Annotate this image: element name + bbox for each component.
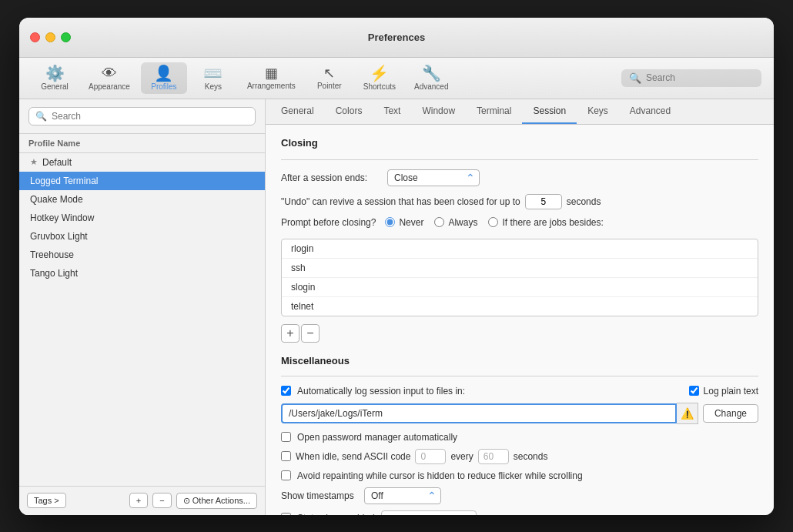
toolbar-label-arrangements: Arrangements <box>247 82 296 90</box>
remove-profile-button[interactable]: − <box>152 493 171 508</box>
radio-jobs[interactable]: If there are jobs besides: <box>488 217 603 228</box>
log-plain-check: Log plain text <box>689 386 758 396</box>
auto-log-label-check: Automatically log session input to files… <box>281 386 689 396</box>
toolbar-label-advanced: Advanced <box>414 82 448 91</box>
radio-never-input[interactable] <box>385 217 395 227</box>
tab-window[interactable]: Window <box>411 99 466 124</box>
profile-item-logged-terminal[interactable]: Logged Terminal <box>19 172 265 190</box>
profile-item-hotkey-window[interactable]: Hotkey Window <box>19 209 265 227</box>
ascii-unit-label: seconds <box>514 451 548 462</box>
toolbar-item-arrangements[interactable]: ▦ Arrangements <box>239 63 303 93</box>
pointer-icon: ↖ <box>323 66 335 80</box>
sidebar-search-container: 🔍 <box>19 99 265 134</box>
toolbar-item-keys[interactable]: ⌨️ Keys <box>190 62 236 94</box>
window-title: Preferences <box>368 32 425 43</box>
auto-log-checkbox[interactable] <box>281 386 291 396</box>
ascii-code-input[interactable] <box>415 449 446 464</box>
content-area: 🔍 Profile Name ★ Default Logged Terminal… <box>19 99 774 515</box>
profile-item-gruvbox-light[interactable]: Gruvbox Light <box>19 227 265 246</box>
avoid-repaint-checkbox[interactable] <box>281 470 291 480</box>
log-plain-checkbox[interactable] <box>689 386 699 396</box>
toolbar-item-pointer[interactable]: ↖ Pointer <box>306 63 353 93</box>
profile-item-tango-light[interactable]: Tango Light <box>19 264 265 283</box>
ascii-checkbox[interactable] <box>281 451 291 461</box>
titlebar: Preferences <box>19 18 774 58</box>
minimize-button[interactable] <box>45 32 55 42</box>
undo-row: "Undo" can revive a session that has bee… <box>281 194 758 209</box>
status-bar-row: Status bar enabled Configure Status Bar <box>281 510 758 515</box>
avoid-repaint-label: Avoid repainting while cursor is hidden … <box>297 470 583 481</box>
ascii-every-label: every <box>450 451 473 462</box>
log-path-input[interactable] <box>281 403 677 423</box>
toolbar-search-input[interactable] <box>646 72 754 83</box>
tab-keys[interactable]: Keys <box>577 99 619 124</box>
timestamps-select[interactable]: Off On <box>364 487 441 504</box>
other-actions-button[interactable]: ⊙ Other Actions... <box>176 493 257 509</box>
prompt-label: Prompt before closing? <box>281 217 376 228</box>
radio-never[interactable]: Never <box>385 217 423 228</box>
misc-section-title: Miscellaneous <box>281 355 758 366</box>
sidebar-search-input[interactable] <box>52 111 249 122</box>
tab-terminal[interactable]: Terminal <box>466 99 522 124</box>
open-pw-checkbox[interactable] <box>281 432 291 442</box>
tab-session[interactable]: Session <box>522 99 577 124</box>
tags-button[interactable]: Tags > <box>27 493 66 508</box>
advanced-icon: 🔧 <box>422 65 441 81</box>
radio-group-prompt: Never Always If there are jobs besides: <box>385 217 603 228</box>
profile-item-quake-mode[interactable]: Quake Mode <box>19 190 265 209</box>
profile-list: ★ Default Logged Terminal Quake Mode Hot… <box>19 153 265 486</box>
profile-label: Tango Light <box>30 268 78 279</box>
maximize-button[interactable] <box>61 32 71 42</box>
closing-divider <box>281 159 758 160</box>
close-button[interactable] <box>30 32 40 42</box>
tab-text[interactable]: Text <box>373 99 411 124</box>
radio-jobs-input[interactable] <box>488 217 498 227</box>
misc-divider <box>281 376 758 376</box>
toolbar-label-shortcuts: Shortcuts <box>363 82 396 91</box>
log-plain-label: Log plain text <box>704 386 758 396</box>
toolbar-item-shortcuts[interactable]: ⚡ Shortcuts <box>356 62 403 94</box>
profile-item-treehouse[interactable]: Treehouse <box>19 246 265 264</box>
undo-text-before: "Undo" can revive a session that has bee… <box>281 196 520 207</box>
tab-advanced[interactable]: Advanced <box>619 99 681 124</box>
after-session-select[interactable]: Close Keep Restart <box>387 169 480 186</box>
ascii-label: When idle, send ASCII code <box>296 451 410 462</box>
preferences-window: Preferences ⚙️ General 👁 Appearance 👤 Pr… <box>19 18 774 515</box>
avoid-repaint-row: Avoid repainting while cursor is hidden … <box>281 470 758 481</box>
main-panel: General Colors Text Window Terminal Sess… <box>266 99 774 515</box>
timestamps-row: Show timestamps Off On ⌃ <box>281 487 758 504</box>
ascii-row: When idle, send ASCII code every seconds <box>281 449 758 464</box>
toolbar-item-appearance[interactable]: 👁 Appearance <box>81 62 138 94</box>
ascii-interval-input[interactable] <box>478 449 509 464</box>
toolbar-search[interactable]: 🔍 <box>621 69 761 87</box>
add-job-button[interactable]: + <box>281 324 299 343</box>
traffic-lights <box>30 32 71 42</box>
jobs-list: rlogin ssh slogin telnet <box>281 239 758 316</box>
radio-always-input[interactable] <box>434 217 444 227</box>
toolbar-item-advanced[interactable]: 🔧 Advanced <box>407 62 456 94</box>
configure-status-bar-button[interactable]: Configure Status Bar <box>381 510 477 515</box>
toolbar-label-profiles: Profiles <box>151 82 176 91</box>
warning-icon: ⚠️ <box>677 403 698 424</box>
add-profile-button[interactable]: + <box>129 493 148 508</box>
toolbar-item-general[interactable]: ⚙️ General <box>32 62 78 94</box>
tab-general[interactable]: General <box>270 99 325 124</box>
panel-content: Closing After a session ends: Close Keep… <box>266 125 774 515</box>
profile-item-default[interactable]: ★ Default <box>19 153 265 172</box>
radio-always[interactable]: Always <box>434 217 477 228</box>
after-session-label: After a session ends: <box>281 172 381 183</box>
eye-icon: 👁 <box>102 65 117 81</box>
toolbar-label-general: General <box>41 82 69 91</box>
profile-label: Hotkey Window <box>30 212 94 223</box>
tab-colors[interactable]: Colors <box>325 99 373 124</box>
toolbar-item-profiles[interactable]: 👤 Profiles <box>141 62 187 94</box>
profile-label: Logged Terminal <box>30 176 99 186</box>
sidebar-footer: Tags > + − ⊙ Other Actions... <box>19 486 265 515</box>
arrangements-icon: ▦ <box>265 66 278 80</box>
remove-job-button[interactable]: − <box>301 324 320 343</box>
undo-seconds-input[interactable] <box>525 194 562 209</box>
status-bar-checkbox[interactable] <box>281 513 291 515</box>
profile-label: Quake Mode <box>30 194 83 205</box>
change-button[interactable]: Change <box>703 404 758 423</box>
star-icon: ★ <box>30 157 38 167</box>
